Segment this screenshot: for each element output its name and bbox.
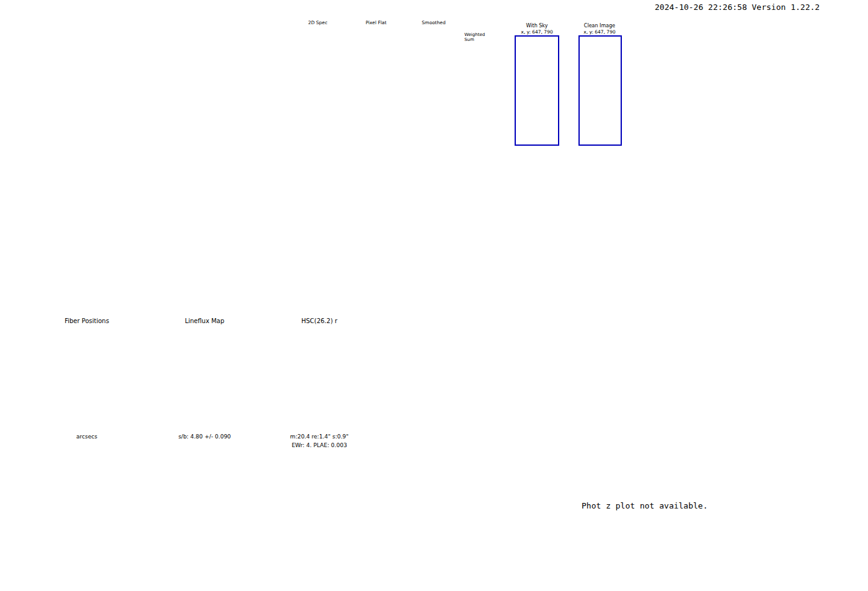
col-title-smoothed: Smoothed (405, 20, 463, 25)
hsc-caption-ewr-plae: EWr: 4. PLAE: 0.003 (264, 442, 375, 448)
fiber-positions-title: Fiber Positions (40, 318, 133, 324)
weighted-sum-label: Weighted Sum (464, 32, 485, 42)
lineflux-map-title: Lineflux Map (158, 318, 251, 324)
col-title-pixel-flat: Pixel Flat (348, 20, 404, 25)
with-sky-image (515, 35, 559, 146)
elixer-report-page: 2024-10-26 22:26:58 Version 1.22.2 2D Sp… (0, 0, 868, 591)
col-title-2d-spec: 2D Spec (288, 20, 347, 25)
with-sky-title: With Sky (515, 23, 559, 29)
hsc-cutout-plot (251, 325, 381, 432)
weighted-sum-label-line2: Sum (464, 37, 485, 42)
clean-image (578, 35, 622, 146)
phot-z-note: Phot z plot not available. (582, 501, 708, 510)
hsc-cutout-title: HSC(26.2) r (273, 318, 366, 324)
fiber-positions-plot (19, 325, 149, 432)
clean-image-coords: x, y: 647, 790 (574, 29, 626, 35)
lineflux-map-plot (136, 325, 267, 432)
lineflux-caption: s/b: 4.80 +/- 0.090 (158, 433, 251, 440)
header-timestamp-version: 2024-10-26 22:26:58 Version 1.22.2 (655, 2, 820, 12)
fiber-xlabel: arcsecs (40, 433, 133, 440)
weighted-sum-label-line1: Weighted (464, 32, 485, 37)
clean-image-title: Clean Image (577, 23, 622, 29)
with-sky-coords: x, y: 647, 790 (511, 29, 563, 35)
line-fit-plot (637, 30, 817, 154)
hsc-caption-magnitude: m:20.4 re:1.4" s:0.9" (264, 433, 375, 440)
full-spectrum-plot (0, 166, 868, 296)
